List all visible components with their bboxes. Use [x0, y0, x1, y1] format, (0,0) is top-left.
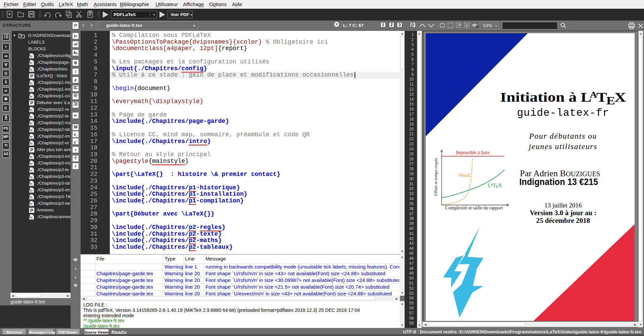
svg-text:LATEX: LATEX	[488, 183, 502, 189]
svg-text:Complexité et taille du rappor: Complexité et taille du rapport	[445, 205, 503, 210]
svg-text:Effort et temps requis: Effort et temps requis	[433, 158, 438, 196]
svg-text:P: P	[30, 147, 33, 152]
svg-text:Impossible à faire: Impossible à faire	[456, 150, 490, 155]
svg-text:Word: Word	[459, 173, 470, 178]
svg-text:P: P	[30, 74, 33, 79]
svg-text:P: P	[30, 100, 33, 105]
svg-text:P: P	[30, 208, 33, 213]
